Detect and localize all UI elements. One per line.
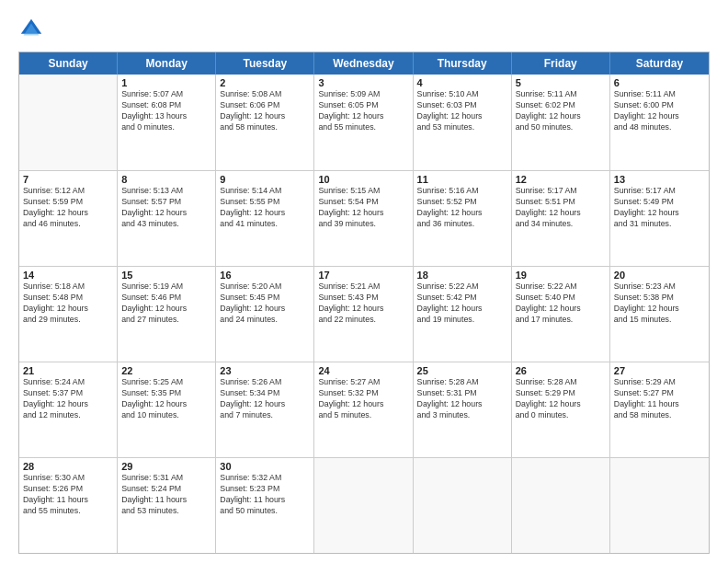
- calendar-body: 1Sunrise: 5:07 AM Sunset: 6:08 PM Daylig…: [19, 75, 709, 553]
- header-cell-tuesday: Tuesday: [216, 52, 314, 75]
- calendar-week-1: 1Sunrise: 5:07 AM Sunset: 6:08 PM Daylig…: [19, 75, 709, 170]
- day-info: Sunrise: 5:20 AM Sunset: 5:45 PM Dayligh…: [220, 282, 310, 326]
- day-number: 3: [318, 77, 408, 88]
- header-cell-saturday: Saturday: [610, 52, 709, 75]
- day-number: 20: [614, 270, 705, 281]
- calendar-cell: 14Sunrise: 5:18 AM Sunset: 5:48 PM Dayli…: [19, 267, 118, 362]
- day-number: 18: [417, 270, 507, 281]
- calendar-cell: 27Sunrise: 5:29 AM Sunset: 5:27 PM Dayli…: [610, 362, 709, 457]
- calendar-cell: 4Sunrise: 5:10 AM Sunset: 6:03 PM Daylig…: [414, 75, 512, 170]
- calendar: SundayMondayTuesdayWednesdayThursdayFrid…: [18, 52, 710, 554]
- calendar-cell: 6Sunrise: 5:11 AM Sunset: 6:00 PM Daylig…: [610, 75, 709, 170]
- calendar-cell: 28Sunrise: 5:30 AM Sunset: 5:26 PM Dayli…: [19, 458, 118, 553]
- day-info: Sunrise: 5:19 AM Sunset: 5:46 PM Dayligh…: [121, 282, 211, 326]
- calendar-cell: 2Sunrise: 5:08 AM Sunset: 6:06 PM Daylig…: [216, 75, 314, 170]
- day-info: Sunrise: 5:26 AM Sunset: 5:34 PM Dayligh…: [220, 377, 310, 421]
- header-cell-friday: Friday: [512, 52, 610, 75]
- day-number: 22: [121, 365, 211, 376]
- day-info: Sunrise: 5:23 AM Sunset: 5:38 PM Dayligh…: [614, 282, 705, 326]
- day-number: 11: [417, 174, 507, 185]
- calendar-cell: 21Sunrise: 5:24 AM Sunset: 5:37 PM Dayli…: [19, 362, 118, 457]
- calendar-cell: 7Sunrise: 5:12 AM Sunset: 5:59 PM Daylig…: [19, 171, 118, 266]
- day-info: Sunrise: 5:22 AM Sunset: 5:42 PM Dayligh…: [417, 282, 507, 326]
- header-cell-wednesday: Wednesday: [314, 52, 413, 75]
- day-info: Sunrise: 5:14 AM Sunset: 5:55 PM Dayligh…: [220, 186, 310, 230]
- day-info: Sunrise: 5:12 AM Sunset: 5:59 PM Dayligh…: [23, 186, 113, 230]
- calendar-cell: 24Sunrise: 5:27 AM Sunset: 5:32 PM Dayli…: [314, 362, 413, 457]
- day-number: 12: [516, 174, 606, 185]
- calendar-cell: 30Sunrise: 5:32 AM Sunset: 5:23 PM Dayli…: [216, 458, 314, 553]
- calendar-cell: 23Sunrise: 5:26 AM Sunset: 5:34 PM Dayli…: [216, 362, 314, 457]
- day-number: 10: [318, 174, 408, 185]
- day-number: 30: [220, 461, 310, 472]
- calendar-cell: 5Sunrise: 5:11 AM Sunset: 6:02 PM Daylig…: [512, 75, 610, 170]
- day-number: 5: [516, 77, 606, 88]
- day-number: 17: [318, 270, 408, 281]
- day-number: 2: [220, 77, 310, 88]
- day-number: 25: [417, 365, 507, 376]
- header-cell-monday: Monday: [118, 52, 216, 75]
- calendar-cell: 11Sunrise: 5:16 AM Sunset: 5:52 PM Dayli…: [414, 171, 512, 266]
- day-info: Sunrise: 5:29 AM Sunset: 5:27 PM Dayligh…: [614, 377, 705, 421]
- calendar-cell: 8Sunrise: 5:13 AM Sunset: 5:57 PM Daylig…: [118, 171, 216, 266]
- header: [18, 17, 710, 42]
- day-info: Sunrise: 5:16 AM Sunset: 5:52 PM Dayligh…: [417, 186, 507, 230]
- day-info: Sunrise: 5:11 AM Sunset: 6:02 PM Dayligh…: [516, 89, 606, 133]
- calendar-cell: [610, 458, 709, 553]
- day-info: Sunrise: 5:07 AM Sunset: 6:08 PM Dayligh…: [121, 89, 211, 133]
- page: SundayMondayTuesdayWednesdayThursdayFrid…: [0, 0, 728, 563]
- day-info: Sunrise: 5:10 AM Sunset: 6:03 PM Dayligh…: [417, 89, 507, 133]
- calendar-cell: 17Sunrise: 5:21 AM Sunset: 5:43 PM Dayli…: [314, 267, 413, 362]
- calendar-cell: [314, 458, 413, 553]
- day-info: Sunrise: 5:28 AM Sunset: 5:29 PM Dayligh…: [516, 377, 606, 421]
- day-info: Sunrise: 5:32 AM Sunset: 5:23 PM Dayligh…: [220, 473, 310, 517]
- day-info: Sunrise: 5:22 AM Sunset: 5:40 PM Dayligh…: [516, 282, 606, 326]
- day-number: 27: [614, 365, 705, 376]
- day-number: 26: [516, 365, 606, 376]
- calendar-cell: 18Sunrise: 5:22 AM Sunset: 5:42 PM Dayli…: [414, 267, 512, 362]
- calendar-cell: 26Sunrise: 5:28 AM Sunset: 5:29 PM Dayli…: [512, 362, 610, 457]
- day-info: Sunrise: 5:17 AM Sunset: 5:51 PM Dayligh…: [516, 186, 606, 230]
- day-info: Sunrise: 5:24 AM Sunset: 5:37 PM Dayligh…: [23, 377, 113, 421]
- day-info: Sunrise: 5:17 AM Sunset: 5:49 PM Dayligh…: [614, 186, 705, 230]
- day-number: 23: [220, 365, 310, 376]
- day-info: Sunrise: 5:18 AM Sunset: 5:48 PM Dayligh…: [23, 282, 113, 326]
- day-info: Sunrise: 5:13 AM Sunset: 5:57 PM Dayligh…: [121, 186, 211, 230]
- header-cell-thursday: Thursday: [414, 52, 512, 75]
- calendar-cell: 25Sunrise: 5:28 AM Sunset: 5:31 PM Dayli…: [414, 362, 512, 457]
- calendar-cell: 3Sunrise: 5:09 AM Sunset: 6:05 PM Daylig…: [314, 75, 413, 170]
- logo-icon: [18, 17, 44, 42]
- calendar-week-5: 28Sunrise: 5:30 AM Sunset: 5:26 PM Dayli…: [19, 457, 709, 553]
- day-number: 14: [23, 270, 113, 281]
- calendar-week-2: 7Sunrise: 5:12 AM Sunset: 5:59 PM Daylig…: [19, 170, 709, 266]
- day-info: Sunrise: 5:31 AM Sunset: 5:24 PM Dayligh…: [121, 473, 211, 517]
- day-number: 6: [614, 77, 705, 88]
- calendar-cell: 15Sunrise: 5:19 AM Sunset: 5:46 PM Dayli…: [118, 267, 216, 362]
- header-cell-sunday: Sunday: [19, 52, 118, 75]
- day-number: 21: [23, 365, 113, 376]
- day-number: 16: [220, 270, 310, 281]
- day-number: 9: [220, 174, 310, 185]
- day-info: Sunrise: 5:25 AM Sunset: 5:35 PM Dayligh…: [121, 377, 211, 421]
- calendar-cell: 13Sunrise: 5:17 AM Sunset: 5:49 PM Dayli…: [610, 171, 709, 266]
- day-number: 19: [516, 270, 606, 281]
- day-info: Sunrise: 5:30 AM Sunset: 5:26 PM Dayligh…: [23, 473, 113, 517]
- day-number: 15: [121, 270, 211, 281]
- calendar-cell: 16Sunrise: 5:20 AM Sunset: 5:45 PM Dayli…: [216, 267, 314, 362]
- calendar-week-3: 14Sunrise: 5:18 AM Sunset: 5:48 PM Dayli…: [19, 266, 709, 362]
- day-info: Sunrise: 5:08 AM Sunset: 6:06 PM Dayligh…: [220, 89, 310, 133]
- calendar-cell: 20Sunrise: 5:23 AM Sunset: 5:38 PM Dayli…: [610, 267, 709, 362]
- day-number: 4: [417, 77, 507, 88]
- day-number: 28: [23, 461, 113, 472]
- calendar-cell: 9Sunrise: 5:14 AM Sunset: 5:55 PM Daylig…: [216, 171, 314, 266]
- calendar-cell: 1Sunrise: 5:07 AM Sunset: 6:08 PM Daylig…: [118, 75, 216, 170]
- logo: [18, 17, 48, 42]
- calendar-week-4: 21Sunrise: 5:24 AM Sunset: 5:37 PM Dayli…: [19, 362, 709, 457]
- day-info: Sunrise: 5:11 AM Sunset: 6:00 PM Dayligh…: [614, 89, 705, 133]
- day-number: 8: [121, 174, 211, 185]
- calendar-cell: [414, 458, 512, 553]
- day-number: 7: [23, 174, 113, 185]
- day-number: 1: [121, 77, 211, 88]
- day-number: 29: [121, 461, 211, 472]
- calendar-cell: 10Sunrise: 5:15 AM Sunset: 5:54 PM Dayli…: [314, 171, 413, 266]
